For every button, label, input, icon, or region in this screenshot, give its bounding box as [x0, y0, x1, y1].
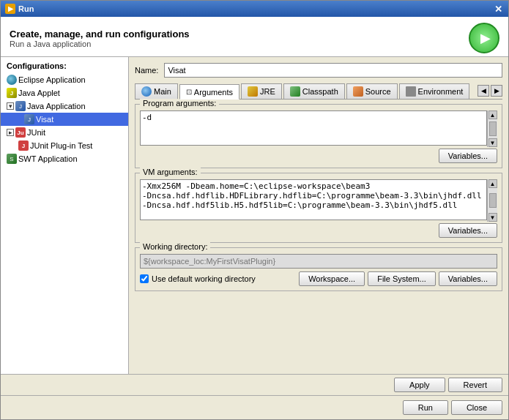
working-dir-buttons: Workspace... File System... Variables...	[299, 271, 497, 286]
bottom-bar: Run Close	[1, 395, 508, 419]
eclipse-icon	[7, 75, 17, 85]
apply-button[interactable]: Apply	[394, 378, 445, 392]
sidebar-item-visat[interactable]: J Visat	[1, 113, 128, 126]
junit-plugin-icon: J	[18, 140, 29, 151]
tab-source-label: Source	[365, 87, 391, 96]
working-directory-label: Working directory:	[140, 242, 210, 251]
file-system-button[interactable]: File System...	[368, 271, 436, 286]
vm-arguments-wrap: -Xmx256M -Dbeam.home=C:\eclipse-workspac…	[140, 179, 497, 222]
close-button[interactable]: Close	[451, 400, 502, 415]
default-dir-label: Use default working directory	[152, 274, 256, 283]
apply-revert-row: Apply Revert	[1, 374, 508, 395]
vm-arguments-input[interactable]: -Xmx256M -Dbeam.home=C:\eclipse-workspac…	[140, 179, 487, 220]
run-icon-large	[469, 23, 499, 53]
tab-arguments[interactable]: ⊡ Arguments	[179, 84, 239, 100]
scroll-up-button[interactable]: ▲	[488, 110, 497, 119]
expand-icon[interactable]: ▸	[7, 129, 14, 136]
sidebar-item-label: Java Applet	[18, 89, 60, 97]
env-tab-icon	[406, 86, 416, 97]
run-dialog: ▶ Run ✕ Create, manage, and run configur…	[0, 0, 509, 420]
working-dir-variables-button[interactable]: Variables...	[439, 271, 497, 286]
program-args-scrollbar[interactable]: ▲ ▼	[487, 110, 497, 147]
src-tab-icon	[353, 86, 363, 97]
args-tab-icon: ⊡	[186, 88, 192, 96]
junit-icon: Ju	[15, 127, 26, 138]
working-directory-section: Working directory: Use default working d…	[135, 247, 502, 291]
java-app-icon: J	[15, 101, 26, 111]
dialog-subtitle: Run a Java application	[10, 40, 190, 48]
sidebar-item-label: JUnit Plug-in Test	[30, 141, 92, 150]
sidebar-item-java-applet[interactable]: J Java Applet	[1, 86, 128, 100]
revert-button[interactable]: Revert	[448, 378, 502, 392]
content-area: Name: Main ⊡ Arguments JRE	[129, 57, 508, 374]
tab-jre[interactable]: JRE	[241, 83, 282, 99]
working-dir-row	[140, 254, 497, 269]
configurations-label: Configurations:	[1, 60, 128, 73]
main-area: Configurations: Eclipse Application J Ja…	[1, 57, 508, 374]
tab-source[interactable]: Source	[346, 83, 398, 99]
sidebar-item-label: SWT Application	[18, 154, 78, 163]
title-bar-title: Run	[18, 4, 34, 13]
program-arguments-input[interactable]: -d	[140, 110, 487, 146]
title-bar-left: ▶ Run	[5, 4, 34, 14]
vm-variables-button[interactable]: Variables...	[439, 223, 497, 238]
vm-scroll-thumb	[489, 193, 497, 208]
dialog-header: Create, manage, and run configurations R…	[1, 17, 508, 56]
program-variables-row: Variables...	[140, 149, 497, 163]
tab-environment-label: Environment	[418, 87, 464, 96]
visat-icon: J	[24, 114, 34, 124]
tab-classpath-label: Classpath	[302, 87, 338, 96]
sidebar-item-junit-plugin[interactable]: J JUnit Plug-in Test	[1, 139, 128, 152]
jre-tab-icon	[248, 86, 258, 97]
tab-environment[interactable]: Environment	[399, 83, 470, 99]
program-variables-button[interactable]: Variables...	[439, 149, 497, 163]
java-applet-icon: J	[7, 88, 17, 98]
sidebar-item-label: Java Application	[27, 102, 86, 110]
sidebar-item-java-application[interactable]: ▾ J Java Application	[1, 100, 128, 113]
name-row: Name:	[135, 63, 502, 78]
sidebar: Configurations: Eclipse Application J Ja…	[1, 57, 129, 374]
sidebar-item-label: JUnit	[27, 128, 45, 137]
scroll-down-button[interactable]: ▼	[488, 138, 497, 147]
vm-arguments-label: VM arguments:	[140, 168, 201, 176]
tab-classpath[interactable]: Classpath	[283, 83, 345, 99]
tab-jre-label: JRE	[260, 87, 275, 96]
name-label: Name:	[135, 66, 158, 75]
default-dir-row: Use default working directory Workspace.…	[140, 271, 497, 286]
vm-variables-row: Variables...	[140, 223, 497, 238]
main-tab-icon	[141, 86, 152, 97]
expand-icon[interactable]: ▾	[7, 102, 14, 110]
tabs-row: Main ⊡ Arguments JRE Classpath Source	[135, 83, 502, 100]
vm-scroll-down-button[interactable]: ▼	[488, 213, 497, 222]
run-icon: ▶	[5, 4, 15, 14]
sidebar-item-eclipse-application[interactable]: Eclipse Application	[1, 73, 128, 86]
run-button[interactable]: Run	[403, 400, 448, 415]
tab-prev-button[interactable]: ◀	[478, 85, 489, 97]
tab-next-button[interactable]: ▶	[491, 85, 502, 97]
program-arguments-wrap: -d ▲ ▼	[140, 110, 497, 147]
working-directory-input	[140, 254, 497, 269]
tab-arguments-label: Arguments	[194, 88, 233, 97]
swt-icon: S	[7, 154, 17, 164]
sidebar-item-junit[interactable]: ▸ Ju JUnit	[1, 126, 128, 139]
program-arguments-label: Program arguments:	[140, 99, 219, 108]
workspace-button[interactable]: Workspace...	[299, 271, 365, 286]
vm-scroll-up-button[interactable]: ▲	[488, 179, 497, 188]
program-arguments-section: Program arguments: -d ▲ ▼ Variables...	[135, 104, 502, 168]
vm-args-scrollbar[interactable]: ▲ ▼	[487, 179, 497, 222]
name-input[interactable]	[164, 63, 502, 78]
vm-arguments-section: VM arguments: -Xmx256M -Dbeam.home=C:\ec…	[135, 173, 502, 243]
sidebar-item-label: Eclipse Application	[18, 75, 86, 84]
tab-main[interactable]: Main	[135, 83, 178, 99]
sidebar-item-label: Visat	[36, 115, 53, 124]
default-dir-checkbox[interactable]	[140, 274, 149, 283]
dialog-title: Create, manage, and run configurations	[10, 29, 190, 40]
title-bar: ▶ Run ✕	[1, 1, 508, 17]
scroll-thumb	[489, 121, 497, 136]
cp-tab-icon	[290, 86, 300, 97]
sidebar-item-swt-application[interactable]: S SWT Application	[1, 152, 128, 165]
tab-main-label: Main	[154, 87, 171, 96]
close-window-button[interactable]: ✕	[493, 4, 504, 15]
